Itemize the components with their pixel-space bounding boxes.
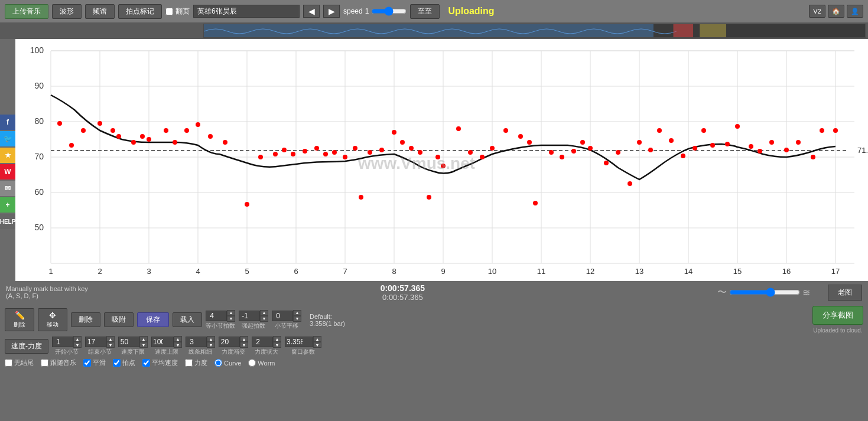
uploading-text: Uploading <box>448 6 494 17</box>
curve-radio[interactable] <box>214 359 222 367</box>
upload-music-button[interactable]: 上传音乐 <box>5 4 48 19</box>
bar-avg-down[interactable]: ▼ <box>293 316 301 322</box>
window-up[interactable]: ▲ <box>313 336 321 342</box>
beats-per-bar-spinbox: ▲ ▼ 等小节拍数 <box>206 310 235 330</box>
wave-zoom-slider[interactable] <box>729 288 800 297</box>
speed-lower-input[interactable] <box>118 337 139 347</box>
mail-button[interactable]: ✉ <box>0 181 15 196</box>
move-button[interactable]: ✥ 移动 <box>38 308 67 331</box>
force-checkbox[interactable] <box>185 359 193 367</box>
svg-text:3: 3 <box>147 267 151 276</box>
beat-mark-button[interactable]: 拍点标记 <box>118 4 162 19</box>
speed-upper-input[interactable] <box>151 337 174 347</box>
speed-lower-up[interactable]: ▲ <box>139 336 148 342</box>
fade-input[interactable] <box>219 337 240 347</box>
save-button[interactable]: 保存 <box>137 312 169 327</box>
svg-point-103 <box>604 161 609 165</box>
force-label: 力度 <box>194 358 207 367</box>
svg-text:10: 10 <box>488 267 496 276</box>
social-sidebar: f 🐦 ★ W ✉ + HELP <box>0 115 15 229</box>
fade-label: 力度渐变 <box>222 348 245 356</box>
song-name-input[interactable] <box>193 5 300 18</box>
beats-per-bar-input[interactable] <box>206 311 227 321</box>
old-view-button[interactable]: 老图 <box>828 285 862 301</box>
end-bar-up[interactable]: ▲ <box>106 336 115 342</box>
prev-button[interactable]: ◀ <box>303 5 320 18</box>
window-input[interactable] <box>285 337 313 347</box>
speed-slider[interactable] <box>371 6 407 16</box>
window-down[interactable]: ▼ <box>313 342 321 348</box>
no-end-label: 无结尾 <box>14 358 34 367</box>
svg-point-67 <box>208 134 213 139</box>
follow-music-checkbox[interactable] <box>41 359 48 367</box>
page-checkbox[interactable] <box>165 8 173 15</box>
end-bar-input[interactable] <box>85 337 106 347</box>
svg-point-96 <box>527 140 532 145</box>
svg-text:16: 16 <box>782 267 791 276</box>
fade-max-down[interactable]: ▼ <box>273 342 281 348</box>
start-bar-input[interactable] <box>52 337 73 347</box>
delete-button[interactable]: 删除 <box>71 312 100 327</box>
fade-max-up[interactable]: ▲ <box>273 336 281 342</box>
twitter-button[interactable]: 🐦 <box>0 131 15 146</box>
user-button[interactable]: 👤 <box>847 5 863 18</box>
upload-status: Uploaded to cloud. <box>813 327 862 334</box>
beats-per-bar-down[interactable]: ▼ <box>227 316 235 322</box>
spectrum-button[interactable]: 频谱 <box>85 4 115 19</box>
no-end-checkbox[interactable] <box>5 359 12 367</box>
home-button[interactable]: 🏠 <box>828 5 844 18</box>
fade-max-input[interactable] <box>252 337 273 347</box>
start-bar-down[interactable]: ▼ <box>73 342 82 348</box>
waveform-container[interactable] <box>203 24 866 38</box>
line-thickness-down[interactable]: ▼ <box>207 342 215 348</box>
load-button[interactable]: 载入 <box>173 312 202 327</box>
beat-point-label: 拍点 <box>122 358 135 367</box>
svg-point-100 <box>571 149 576 154</box>
speed-force-button[interactable]: 速度-力度 <box>5 339 48 354</box>
add-button[interactable]: + <box>0 197 15 213</box>
svg-text:70: 70 <box>34 152 44 161</box>
svg-point-116 <box>749 144 753 149</box>
svg-text:8: 8 <box>392 267 396 276</box>
erase-button[interactable]: ✏️ 删除 <box>5 308 34 331</box>
speed-lower-down[interactable]: ▼ <box>139 342 148 348</box>
confirm-button[interactable]: 至至 <box>410 4 440 19</box>
line-thickness-spinbox: ▲ ▼ 线条粗细 <box>186 336 215 356</box>
smooth-checkbox[interactable] <box>83 359 91 367</box>
chart-area[interactable]: 100 90 80 70 60 50 1 2 3 4 5 6 7 8 9 10 … <box>15 39 868 281</box>
line-thickness-label: 线条粗细 <box>188 348 212 356</box>
strong-beat-down[interactable]: ▼ <box>260 316 268 322</box>
absorb-button[interactable]: 吸附 <box>104 312 134 327</box>
start-bar-up[interactable]: ▲ <box>73 336 82 342</box>
bar-avg-up[interactable]: ▲ <box>293 310 301 316</box>
play-button[interactable]: ▶ <box>323 5 340 18</box>
fade-down[interactable]: ▼ <box>240 342 248 348</box>
bar-avg-input[interactable] <box>272 311 293 321</box>
v2-button[interactable]: V2 <box>809 5 825 18</box>
line-thickness-input[interactable] <box>186 337 207 347</box>
worm-radio[interactable] <box>248 359 256 367</box>
strong-beat-up[interactable]: ▲ <box>260 310 268 316</box>
start-bar-spinbox: ▲ ▼ 开始小节 <box>52 336 82 356</box>
weibo-button[interactable]: W <box>0 164 15 180</box>
waveform-button[interactable]: 波形 <box>52 4 82 19</box>
favorite-button[interactable]: ★ <box>0 148 15 163</box>
svg-text:90: 90 <box>34 81 44 90</box>
default-value: 3.358(1 bar) <box>310 320 345 327</box>
beats-per-bar-up[interactable]: ▲ <box>227 310 235 316</box>
beat-point-checkbox[interactable] <box>113 359 121 367</box>
facebook-button[interactable]: f <box>0 115 15 130</box>
end-bar-down[interactable]: ▼ <box>106 342 115 348</box>
help-button[interactable]: HELP <box>0 214 15 229</box>
line-thickness-up[interactable]: ▲ <box>207 336 215 342</box>
bar-avg-spinbox: ▲ ▼ 小节平移 <box>272 310 301 330</box>
svg-text:80: 80 <box>34 116 44 126</box>
avg-speed-checkbox[interactable] <box>142 359 150 367</box>
strong-beat-spinbox: ▲ ▼ 强起拍数 <box>239 310 268 330</box>
fade-up[interactable]: ▲ <box>240 336 248 342</box>
svg-text:4: 4 <box>196 267 200 276</box>
strong-beat-input[interactable] <box>239 311 260 321</box>
speed-upper-down[interactable]: ▼ <box>174 342 182 348</box>
speed-upper-up[interactable]: ▲ <box>174 336 182 342</box>
share-button[interactable]: 分享截图 <box>812 306 863 325</box>
